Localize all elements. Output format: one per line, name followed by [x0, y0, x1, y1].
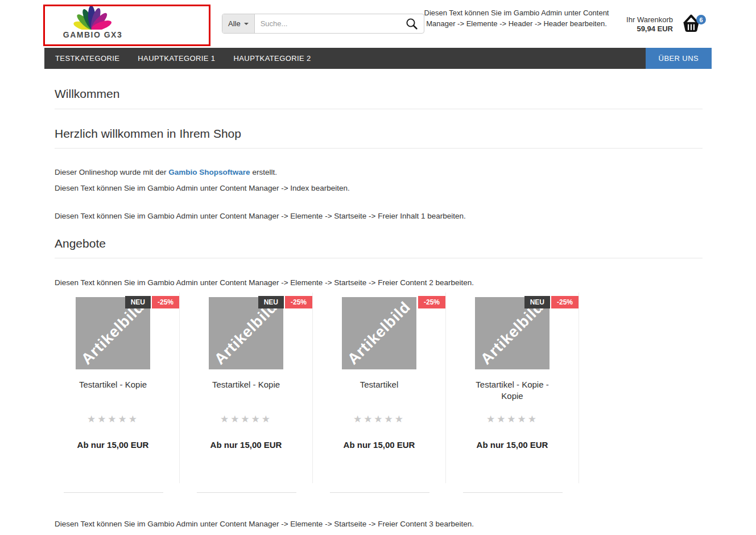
product-rating-stars: ★★★★★ — [47, 413, 179, 425]
product-image-label: Artikelbild — [78, 298, 148, 368]
separator-cell — [313, 492, 446, 493]
chevron-down-icon — [244, 23, 249, 25]
shop-logo[interactable]: GAMBIO GX3 — [56, 3, 130, 39]
free-content-2-note: Diesen Text können Sie im Gambio Admin u… — [55, 278, 703, 287]
product-grid-separators — [47, 492, 703, 493]
product-rating-stars: ★★★★★ — [446, 413, 579, 425]
cart-widget[interactable]: Ihr Warenkorb 59,94 EUR 6 — [626, 14, 704, 35]
intro-suffix: erstellt. — [250, 168, 277, 176]
search-bar: Alle — [222, 14, 424, 34]
welcome-title: Willkommen — [55, 87, 703, 101]
product-badges: NEU -25% — [258, 296, 312, 308]
discount-badge: -25% — [152, 296, 179, 308]
search-filter-label: Alle — [228, 19, 241, 28]
product-image-label: Artikelbild — [344, 298, 414, 368]
discount-badge: -25% — [285, 296, 312, 308]
product-title[interactable]: Testartikel — [334, 379, 424, 404]
cart-icon-wrap[interactable]: 6 — [680, 14, 704, 35]
product-badges: -25% — [418, 296, 445, 308]
product-card: Artikelbild NEU -25% Testartikel - Kopie… — [446, 293, 579, 483]
cart-total: 59,94 EUR — [626, 24, 673, 34]
index-note: Diesen Text können Sie im Gambio Admin u… — [55, 183, 703, 193]
nav-item-ueber-uns[interactable]: ÜBER UNS — [646, 48, 712, 69]
product-card: Artikelbild -25% Testartikel ★★★★★ Ab nu… — [313, 293, 446, 483]
search-input[interactable] — [255, 14, 400, 33]
lotus-logo-icon — [63, 3, 122, 30]
product-rating-stars: ★★★★★ — [313, 413, 445, 425]
separator-cell — [180, 492, 313, 493]
discount-badge: -25% — [551, 296, 579, 308]
free-content-3-note: Diesen Text können Sie im Gambio Admin u… — [55, 519, 703, 529]
cart-texts: Ihr Warenkorb 59,94 EUR — [626, 14, 673, 34]
neu-badge: NEU — [125, 296, 151, 308]
cart-count-badge: 6 — [696, 15, 706, 24]
product-title[interactable]: Testartikel - Kopie - Kopie — [468, 379, 557, 404]
cart-label: Ihr Warenkorb — [626, 15, 673, 24]
shop-welcome-title: Herzlich willkommen in Ihrem Shop — [55, 127, 703, 141]
product-rating-stars: ★★★★★ — [180, 413, 312, 425]
divider — [55, 148, 703, 149]
product-image-placeholder[interactable]: Artikelbild — [342, 297, 416, 369]
product-badges: NEU -25% — [125, 296, 179, 308]
divider — [55, 258, 703, 258]
page-container: GAMBIO GX3 Alle Diesen Text können Sie i… — [44, 0, 712, 535]
intro-paragraph: Dieser Onlineshop wurde mit der Gambio S… — [55, 167, 703, 177]
free-content-1-note: Diesen Text können Sie im Gambio Admin u… — [55, 211, 703, 221]
product-price: Ab nur 15,00 EUR — [313, 440, 445, 450]
product-price: Ab nur 15,00 EUR — [180, 440, 312, 450]
neu-badge: NEU — [524, 296, 550, 308]
product-card: Artikelbild NEU -25% Testartikel - Kopie… — [180, 293, 313, 483]
shop-header: GAMBIO GX3 Alle Diesen Text können Sie i… — [44, 0, 712, 48]
separator-cell — [446, 492, 579, 493]
separator-cell — [47, 492, 180, 493]
neu-badge: NEU — [258, 296, 284, 308]
header-editable-note: Diesen Text können Sie im Gambio Admin u… — [417, 8, 616, 29]
nav-item-testkategorie[interactable]: TESTKATEGORIE — [44, 48, 129, 69]
product-image-label: Artikelbild — [211, 298, 281, 368]
main-content: Willkommen Herzlich willkommen in Ihrem … — [44, 87, 712, 535]
offers-product-grid: Artikelbild NEU -25% Testartikel - Kopie… — [47, 293, 703, 483]
gambio-shopsoftware-link[interactable]: Gambio Shopsoftware — [168, 168, 250, 176]
offers-title: Angebote — [55, 237, 703, 250]
product-price: Ab nur 15,00 EUR — [446, 440, 579, 450]
product-price: Ab nur 15,00 EUR — [47, 440, 179, 450]
product-title[interactable]: Testartikel - Kopie — [68, 379, 158, 404]
nav-item-hauptkategorie-2[interactable]: HAUPTKATEGORIE 2 — [225, 48, 320, 69]
product-title[interactable]: Testartikel - Kopie — [201, 379, 291, 404]
product-image-label: Artikelbild — [477, 298, 547, 368]
search-category-dropdown[interactable]: Alle — [222, 14, 255, 33]
logo-brand-text: GAMBIO GX3 — [56, 30, 130, 39]
intro-prefix: Dieser Onlineshop wurde mit der — [55, 168, 168, 176]
product-badges: NEU -25% — [524, 296, 579, 308]
main-navigation: TESTKATEGORIE HAUPTKATEGORIE 1 HAUPTKATE… — [44, 48, 712, 69]
product-card: Artikelbild NEU -25% Testartikel - Kopie… — [47, 293, 180, 483]
nav-item-hauptkategorie-1[interactable]: HAUPTKATEGORIE 1 — [129, 48, 224, 69]
divider — [55, 109, 703, 109]
discount-badge: -25% — [418, 296, 445, 308]
